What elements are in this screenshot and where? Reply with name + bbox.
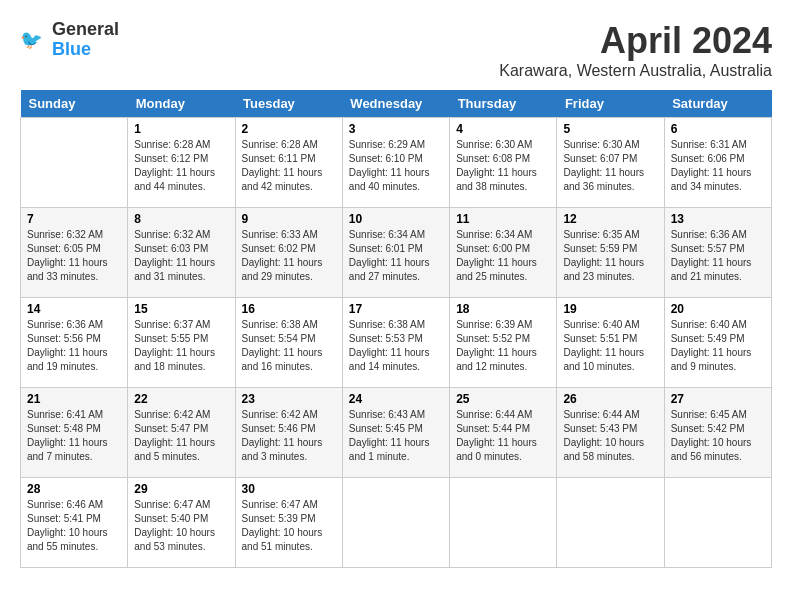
calendar-cell: 25Sunrise: 6:44 AM Sunset: 5:44 PM Dayli… xyxy=(450,388,557,478)
day-number: 13 xyxy=(671,212,765,226)
day-number: 25 xyxy=(456,392,550,406)
calendar-cell: 19Sunrise: 6:40 AM Sunset: 5:51 PM Dayli… xyxy=(557,298,664,388)
day-number: 30 xyxy=(242,482,336,496)
day-number: 29 xyxy=(134,482,228,496)
day-info: Sunrise: 6:37 AM Sunset: 5:55 PM Dayligh… xyxy=(134,318,228,374)
day-number: 11 xyxy=(456,212,550,226)
day-info: Sunrise: 6:43 AM Sunset: 5:45 PM Dayligh… xyxy=(349,408,443,464)
header-day-saturday: Saturday xyxy=(664,90,771,118)
calendar-cell xyxy=(342,478,449,568)
logo: 🐦 GeneralBlue xyxy=(20,20,119,60)
day-info: Sunrise: 6:44 AM Sunset: 5:43 PM Dayligh… xyxy=(563,408,657,464)
day-number: 9 xyxy=(242,212,336,226)
calendar-cell: 13Sunrise: 6:36 AM Sunset: 5:57 PM Dayli… xyxy=(664,208,771,298)
calendar-cell: 8Sunrise: 6:32 AM Sunset: 6:03 PM Daylig… xyxy=(128,208,235,298)
logo-text: GeneralBlue xyxy=(52,20,119,60)
calendar-cell: 23Sunrise: 6:42 AM Sunset: 5:46 PM Dayli… xyxy=(235,388,342,478)
day-number: 8 xyxy=(134,212,228,226)
calendar-cell: 30Sunrise: 6:47 AM Sunset: 5:39 PM Dayli… xyxy=(235,478,342,568)
header-day-thursday: Thursday xyxy=(450,90,557,118)
calendar-cell: 3Sunrise: 6:29 AM Sunset: 6:10 PM Daylig… xyxy=(342,118,449,208)
day-number: 6 xyxy=(671,122,765,136)
day-number: 23 xyxy=(242,392,336,406)
calendar-cell: 11Sunrise: 6:34 AM Sunset: 6:00 PM Dayli… xyxy=(450,208,557,298)
calendar-cell: 21Sunrise: 6:41 AM Sunset: 5:48 PM Dayli… xyxy=(21,388,128,478)
day-number: 18 xyxy=(456,302,550,316)
calendar-cell: 7Sunrise: 6:32 AM Sunset: 6:05 PM Daylig… xyxy=(21,208,128,298)
day-info: Sunrise: 6:32 AM Sunset: 6:03 PM Dayligh… xyxy=(134,228,228,284)
day-info: Sunrise: 6:38 AM Sunset: 5:54 PM Dayligh… xyxy=(242,318,336,374)
calendar-cell: 29Sunrise: 6:47 AM Sunset: 5:40 PM Dayli… xyxy=(128,478,235,568)
day-number: 21 xyxy=(27,392,121,406)
location-subtitle: Karawara, Western Australia, Australia xyxy=(499,62,772,80)
week-row-4: 21Sunrise: 6:41 AM Sunset: 5:48 PM Dayli… xyxy=(21,388,772,478)
week-row-2: 7Sunrise: 6:32 AM Sunset: 6:05 PM Daylig… xyxy=(21,208,772,298)
header-day-wednesday: Wednesday xyxy=(342,90,449,118)
calendar-cell: 22Sunrise: 6:42 AM Sunset: 5:47 PM Dayli… xyxy=(128,388,235,478)
day-info: Sunrise: 6:28 AM Sunset: 6:11 PM Dayligh… xyxy=(242,138,336,194)
calendar-cell: 4Sunrise: 6:30 AM Sunset: 6:08 PM Daylig… xyxy=(450,118,557,208)
calendar-table: SundayMondayTuesdayWednesdayThursdayFrid… xyxy=(20,90,772,568)
day-info: Sunrise: 6:36 AM Sunset: 5:57 PM Dayligh… xyxy=(671,228,765,284)
calendar-cell: 10Sunrise: 6:34 AM Sunset: 6:01 PM Dayli… xyxy=(342,208,449,298)
header-row: SundayMondayTuesdayWednesdayThursdayFrid… xyxy=(21,90,772,118)
day-info: Sunrise: 6:47 AM Sunset: 5:40 PM Dayligh… xyxy=(134,498,228,554)
day-info: Sunrise: 6:32 AM Sunset: 6:05 PM Dayligh… xyxy=(27,228,121,284)
day-info: Sunrise: 6:31 AM Sunset: 6:06 PM Dayligh… xyxy=(671,138,765,194)
day-number: 2 xyxy=(242,122,336,136)
day-info: Sunrise: 6:28 AM Sunset: 6:12 PM Dayligh… xyxy=(134,138,228,194)
day-info: Sunrise: 6:47 AM Sunset: 5:39 PM Dayligh… xyxy=(242,498,336,554)
day-number: 7 xyxy=(27,212,121,226)
page-header: 🐦 GeneralBlue April 2024 Karawara, Weste… xyxy=(20,20,772,80)
day-number: 4 xyxy=(456,122,550,136)
week-row-1: 1Sunrise: 6:28 AM Sunset: 6:12 PM Daylig… xyxy=(21,118,772,208)
day-info: Sunrise: 6:30 AM Sunset: 6:08 PM Dayligh… xyxy=(456,138,550,194)
day-info: Sunrise: 6:36 AM Sunset: 5:56 PM Dayligh… xyxy=(27,318,121,374)
svg-text:🐦: 🐦 xyxy=(20,28,43,50)
week-row-3: 14Sunrise: 6:36 AM Sunset: 5:56 PM Dayli… xyxy=(21,298,772,388)
day-number: 17 xyxy=(349,302,443,316)
day-number: 14 xyxy=(27,302,121,316)
calendar-cell xyxy=(664,478,771,568)
day-number: 26 xyxy=(563,392,657,406)
month-year-title: April 2024 xyxy=(499,20,772,62)
calendar-cell: 1Sunrise: 6:28 AM Sunset: 6:12 PM Daylig… xyxy=(128,118,235,208)
calendar-cell: 20Sunrise: 6:40 AM Sunset: 5:49 PM Dayli… xyxy=(664,298,771,388)
calendar-cell: 28Sunrise: 6:46 AM Sunset: 5:41 PM Dayli… xyxy=(21,478,128,568)
day-number: 10 xyxy=(349,212,443,226)
day-number: 24 xyxy=(349,392,443,406)
day-number: 28 xyxy=(27,482,121,496)
calendar-cell: 14Sunrise: 6:36 AM Sunset: 5:56 PM Dayli… xyxy=(21,298,128,388)
day-number: 20 xyxy=(671,302,765,316)
day-info: Sunrise: 6:38 AM Sunset: 5:53 PM Dayligh… xyxy=(349,318,443,374)
day-info: Sunrise: 6:45 AM Sunset: 5:42 PM Dayligh… xyxy=(671,408,765,464)
day-number: 5 xyxy=(563,122,657,136)
day-info: Sunrise: 6:35 AM Sunset: 5:59 PM Dayligh… xyxy=(563,228,657,284)
header-day-tuesday: Tuesday xyxy=(235,90,342,118)
calendar-cell: 27Sunrise: 6:45 AM Sunset: 5:42 PM Dayli… xyxy=(664,388,771,478)
day-info: Sunrise: 6:40 AM Sunset: 5:51 PM Dayligh… xyxy=(563,318,657,374)
day-info: Sunrise: 6:33 AM Sunset: 6:02 PM Dayligh… xyxy=(242,228,336,284)
week-row-5: 28Sunrise: 6:46 AM Sunset: 5:41 PM Dayli… xyxy=(21,478,772,568)
day-info: Sunrise: 6:39 AM Sunset: 5:52 PM Dayligh… xyxy=(456,318,550,374)
day-info: Sunrise: 6:40 AM Sunset: 5:49 PM Dayligh… xyxy=(671,318,765,374)
day-info: Sunrise: 6:42 AM Sunset: 5:47 PM Dayligh… xyxy=(134,408,228,464)
header-day-monday: Monday xyxy=(128,90,235,118)
calendar-cell: 26Sunrise: 6:44 AM Sunset: 5:43 PM Dayli… xyxy=(557,388,664,478)
calendar-cell: 24Sunrise: 6:43 AM Sunset: 5:45 PM Dayli… xyxy=(342,388,449,478)
day-number: 16 xyxy=(242,302,336,316)
calendar-cell: 12Sunrise: 6:35 AM Sunset: 5:59 PM Dayli… xyxy=(557,208,664,298)
day-info: Sunrise: 6:34 AM Sunset: 6:00 PM Dayligh… xyxy=(456,228,550,284)
calendar-cell: 16Sunrise: 6:38 AM Sunset: 5:54 PM Dayli… xyxy=(235,298,342,388)
calendar-cell: 9Sunrise: 6:33 AM Sunset: 6:02 PM Daylig… xyxy=(235,208,342,298)
day-info: Sunrise: 6:30 AM Sunset: 6:07 PM Dayligh… xyxy=(563,138,657,194)
day-info: Sunrise: 6:46 AM Sunset: 5:41 PM Dayligh… xyxy=(27,498,121,554)
day-info: Sunrise: 6:41 AM Sunset: 5:48 PM Dayligh… xyxy=(27,408,121,464)
day-number: 3 xyxy=(349,122,443,136)
calendar-cell: 17Sunrise: 6:38 AM Sunset: 5:53 PM Dayli… xyxy=(342,298,449,388)
header-day-sunday: Sunday xyxy=(21,90,128,118)
calendar-cell xyxy=(21,118,128,208)
calendar-cell: 2Sunrise: 6:28 AM Sunset: 6:11 PM Daylig… xyxy=(235,118,342,208)
logo-bird-icon: 🐦 xyxy=(20,26,48,54)
day-number: 19 xyxy=(563,302,657,316)
